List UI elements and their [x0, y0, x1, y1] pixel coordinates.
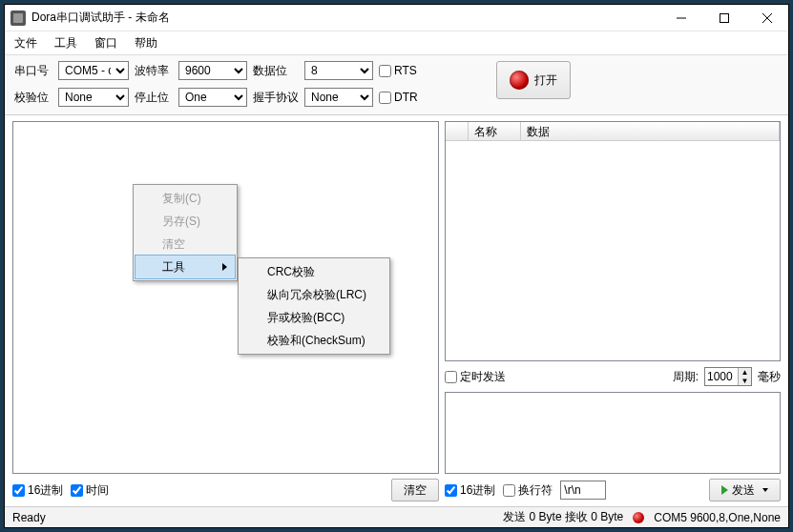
send-options-row: 16进制 换行符 发送: [445, 478, 781, 502]
context-submenu-tool[interactable]: CRC校验 纵向冗余校验(LRC) 异或校验(BCC) 校验和(CheckSum…: [238, 257, 390, 355]
grid-body[interactable]: [446, 141, 780, 360]
spinner-buttons[interactable]: ▲▼: [738, 368, 751, 385]
menu-tool[interactable]: 工具: [54, 35, 77, 51]
rts-checkbox[interactable]: RTS: [379, 64, 417, 77]
menu-help[interactable]: 帮助: [135, 35, 157, 51]
send-panel: 名称 数据 定时发送 周期: 1000 ▲▼ 毫秒 16进制 换行符: [445, 121, 781, 502]
stopbits-select[interactable]: One: [178, 88, 247, 107]
period-unit: 毫秒: [758, 369, 781, 385]
open-port-label: 打开: [534, 72, 557, 89]
ctx-checksum[interactable]: 校验和(CheckSum): [240, 329, 387, 352]
period-label: 周期:: [673, 369, 699, 385]
send-grid[interactable]: 名称 数据: [445, 121, 781, 361]
open-port-button[interactable]: 打开: [496, 61, 571, 99]
toolbar: 串口号 COM5 - com 波特率 9600 数据位 8 RTS 校验位 No…: [5, 54, 788, 115]
tx-hex-checkbox[interactable]: 16进制: [445, 482, 495, 499]
send-button[interactable]: 发送: [709, 479, 781, 501]
newline-label: 换行符: [518, 482, 553, 499]
chevron-right-icon: [222, 263, 227, 271]
menu-bar: 文件 工具 窗口 帮助: [5, 31, 788, 54]
ctx-tool[interactable]: 工具: [136, 256, 235, 278]
tx-hex-label: 16进制: [460, 482, 495, 499]
rx-hex-checkbox[interactable]: 16进制: [12, 482, 63, 499]
status-bytes: 发送 0 Byte 接收 0 Byte: [503, 509, 623, 525]
baud-label: 波特率: [135, 63, 173, 79]
timer-row: 定时发送 周期: 1000 ▲▼ 毫秒: [445, 365, 781, 388]
svg-rect-1: [720, 13, 728, 22]
status-led-icon: [633, 512, 644, 523]
grid-header: 名称 数据: [446, 122, 780, 141]
clear-receive-button[interactable]: 清空: [391, 479, 439, 501]
rx-hex-label: 16进制: [28, 482, 63, 499]
ctx-crc[interactable]: CRC校验: [240, 260, 387, 283]
grid-col-name: 名称: [469, 122, 521, 140]
port-select[interactable]: COM5 - com: [58, 61, 129, 80]
ctx-lrc[interactable]: 纵向冗余校验(LRC): [240, 283, 387, 306]
parity-select[interactable]: None: [58, 88, 129, 107]
timer-send-checkbox[interactable]: 定时发送: [445, 369, 506, 385]
minimize-button[interactable]: [659, 5, 702, 31]
toolbar-row-1: 串口号 COM5 - com 波特率 9600 数据位 8 RTS: [14, 59, 779, 82]
receive-options-row: 16进制 时间 清空: [12, 478, 439, 502]
ctx-copy[interactable]: 复制(C): [136, 187, 235, 210]
title-bar: Dora串口调试助手 - 未命名: [5, 5, 788, 31]
send-button-label: 发送: [732, 482, 755, 499]
close-button[interactable]: [745, 5, 788, 31]
timer-send-label: 定时发送: [460, 369, 506, 385]
toolbar-row-2: 校验位 None 停止位 One 握手协议 None DTR: [14, 86, 779, 109]
period-value: 1000: [707, 370, 733, 383]
status-bar: Ready 发送 0 Byte 接收 0 Byte COM5 9600,8,On…: [5, 506, 788, 527]
newline-input[interactable]: [560, 481, 606, 500]
rx-time-label: 时间: [86, 482, 109, 499]
status-ready: Ready: [12, 511, 46, 524]
parity-label: 校验位: [14, 90, 52, 106]
window-controls: [659, 5, 788, 31]
send-textarea[interactable]: [445, 392, 781, 474]
newline-checkbox[interactable]: 换行符: [503, 482, 553, 499]
ctx-clear[interactable]: 清空: [136, 233, 235, 256]
ctx-bcc[interactable]: 异或校验(BCC): [240, 306, 387, 329]
maximize-button[interactable]: [702, 5, 745, 31]
play-icon: [721, 485, 728, 495]
main-area: 16进制 时间 清空 名称 数据 定时发送 周期: 1000: [5, 115, 788, 506]
clear-receive-label: 清空: [404, 482, 427, 499]
dropdown-icon: [762, 488, 768, 492]
menu-file[interactable]: 文件: [14, 35, 37, 51]
databits-select[interactable]: 8: [304, 61, 373, 80]
app-window: Dora串口调试助手 - 未命名 文件 工具 窗口 帮助 串口号 COM5 - …: [4, 4, 789, 528]
rx-time-checkbox[interactable]: 时间: [71, 482, 109, 499]
port-label: 串口号: [14, 63, 52, 79]
period-spinner[interactable]: 1000 ▲▼: [704, 367, 752, 386]
handshake-label: 握手协议: [253, 90, 299, 106]
status-port: COM5 9600,8,One,None: [654, 511, 781, 524]
dtr-checkbox[interactable]: DTR: [379, 91, 418, 104]
menu-window[interactable]: 窗口: [94, 35, 117, 51]
baud-select[interactable]: 9600: [178, 61, 247, 80]
port-led-icon: [510, 71, 529, 90]
dtr-label: DTR: [394, 91, 418, 104]
databits-label: 数据位: [253, 63, 299, 79]
grid-col-blank: [446, 122, 469, 140]
grid-col-data: 数据: [521, 122, 780, 140]
handshake-select[interactable]: None: [304, 88, 373, 107]
context-menu[interactable]: 复制(C) 另存(S) 清空 工具: [133, 184, 238, 281]
stopbits-label: 停止位: [135, 90, 173, 106]
window-title: Dora串口调试助手 - 未命名: [31, 10, 659, 26]
rts-label: RTS: [394, 64, 417, 77]
app-icon: [10, 10, 26, 26]
ctx-saveas[interactable]: 另存(S): [136, 210, 235, 233]
